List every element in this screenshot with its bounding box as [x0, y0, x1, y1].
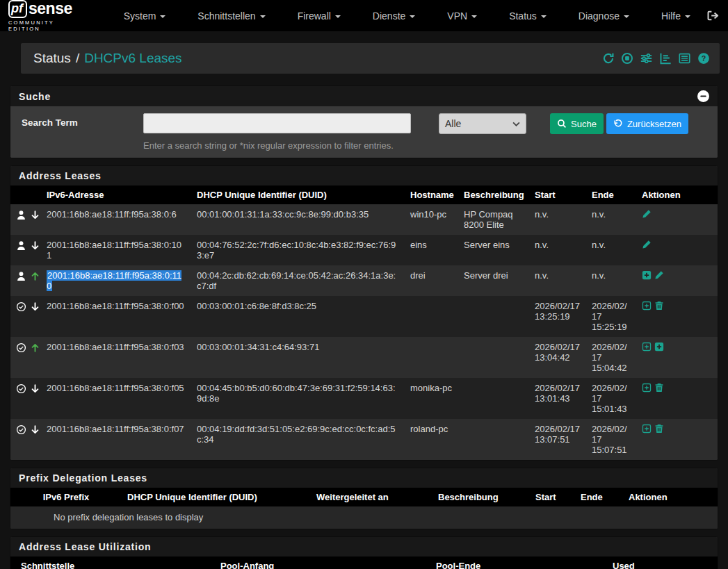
address-leases-table: IPv6-Adresse DHCP Unique Identifier (DUI…: [10, 185, 718, 460]
log-icon[interactable]: [678, 52, 691, 65]
page-title[interactable]: DHCPv6 Leases: [84, 51, 181, 66]
caret-down-icon: [541, 15, 547, 18]
caret-down-icon: [624, 15, 629, 18]
add-filled-icon[interactable]: [642, 270, 652, 280]
sliders-icon[interactable]: [640, 52, 653, 65]
address-leases-panel: Address Leases IPv6-Adresse DHCP Unique …: [10, 165, 718, 461]
column-header-start: Start: [529, 185, 586, 204]
address-leases-body: 2001:16b8:ae18:11ff:f95a:38:0:600:01:00:…: [10, 204, 718, 460]
description-cell: [458, 378, 529, 419]
caret-down-icon: [335, 15, 341, 18]
end-cell: 2026/02/1715:25:19: [586, 296, 636, 337]
logout-icon[interactable]: [706, 10, 720, 22]
actions-cell: [636, 204, 718, 235]
menu-item-dienste[interactable]: Dienste: [357, 0, 431, 31]
ipv6-address-cell: 2001:16b8:ae18:11ff:f95a:38:0:f05: [41, 378, 191, 419]
breadcrumb-actions: ?: [602, 52, 710, 65]
add-icon[interactable]: [642, 424, 652, 434]
description-cell: Server eins: [458, 235, 529, 265]
lease-row: 2001:16b8:ae18:11ff:f95a:38:0:f0000:03:0…: [10, 296, 718, 337]
add-icon[interactable]: [642, 301, 652, 311]
search-input[interactable]: [143, 113, 411, 133]
column-header-weitergeleitet: Weitergeleitet an: [311, 488, 432, 506]
prefix-delegation-table: IPv6 Prefix DHCP Unique Identifier (DUID…: [10, 488, 718, 529]
end-cell: 2026/02/1715:04:42: [586, 337, 636, 378]
stop-circle-icon[interactable]: [621, 52, 633, 65]
menu-item-system[interactable]: System: [108, 0, 182, 31]
breadcrumb: Status / DHCPv6 Leases ?: [21, 43, 720, 74]
menu-item-schnittstellen[interactable]: Schnittstellen: [181, 0, 281, 31]
user-icon: [16, 210, 26, 220]
end-cell: 2026/02/1715:07:51: [586, 419, 636, 460]
svg-text:?: ?: [702, 54, 706, 63]
hostname-cell: eins: [405, 235, 458, 265]
description-cell: [458, 419, 529, 460]
start-cell: n.v.: [529, 235, 586, 265]
lease-row: 2001:16b8:ae18:11ff:f95a:38:0:600:01:00:…: [10, 204, 718, 235]
add-icon[interactable]: [642, 383, 652, 393]
menu-item-hilfe[interactable]: Hilfe: [645, 0, 706, 31]
column-header-prefix: IPv6 Prefix: [10, 488, 122, 506]
lease-status-cell: [10, 204, 41, 235]
duid-cell: 00:04:76:52:2c:7f:d6:ec:10:8c:4b:e3:82:f…: [191, 235, 405, 265]
prefix-delegation-panel: Prefix Delegation Leases IPv6 Prefix DHC…: [10, 468, 718, 529]
chart-icon[interactable]: [659, 52, 672, 65]
refresh-icon[interactable]: [602, 52, 615, 65]
actions-cell: [636, 419, 718, 460]
menu-item-diagnose[interactable]: Diagnose: [563, 0, 645, 31]
hostname-cell: drei: [405, 265, 458, 296]
lease-status-cell: [10, 419, 41, 460]
pfsense-logo[interactable]: pf sense COMMUNITY EDITION: [8, 0, 87, 32]
search-type-select[interactable]: Alle: [439, 113, 526, 134]
check-circle-icon: [16, 384, 26, 394]
search-term-label: Search Term: [22, 113, 143, 128]
column-header-beschreibung: Beschreibung: [432, 488, 530, 506]
check-circle-icon: [16, 424, 26, 435]
column-header-ende: Ende: [586, 185, 636, 204]
search-icon: [557, 119, 567, 129]
lease-row: 2001:16b8:ae18:11ff:f95a:38:0:f0500:04:4…: [10, 378, 718, 419]
ipv6-address-cell: 2001:16b8:ae18:11ff:f95a:38:0:f00: [41, 296, 191, 337]
add-icon[interactable]: [642, 342, 652, 352]
add-filled-icon[interactable]: [654, 342, 664, 352]
search-button[interactable]: Suche: [550, 113, 604, 134]
logo-sense-text: sense: [29, 1, 72, 17]
column-header-schnittstelle: Schnittstelle: [10, 556, 210, 569]
menu-item-status[interactable]: Status: [493, 0, 563, 31]
prefix-empty-message: No prefix delegation leases to display: [10, 506, 718, 529]
reset-button[interactable]: Zurücksetzen: [606, 113, 688, 134]
menu-item-firewall[interactable]: Firewall: [282, 0, 357, 31]
delete-icon[interactable]: [654, 301, 664, 311]
column-header-start: Start: [530, 488, 575, 506]
breadcrumb-section: Status: [33, 51, 71, 66]
column-header-aktionen: Aktionen: [636, 185, 718, 204]
caret-down-icon: [685, 15, 690, 18]
utilization-table: Schnittstelle Pool-Anfang Pool-Ende Used…: [10, 556, 718, 569]
status-column-header: [10, 185, 41, 204]
help-icon[interactable]: ?: [697, 52, 710, 65]
menu-item-vpn[interactable]: VPN: [431, 0, 493, 31]
column-header-pool-anfang: Pool-Anfang: [210, 556, 426, 569]
actions-cell: [636, 296, 718, 337]
delete-icon[interactable]: [654, 383, 664, 393]
end-cell: n.v.: [586, 235, 636, 265]
caret-down-icon: [160, 15, 165, 18]
undo-icon: [613, 119, 623, 129]
selected-ipv6-text: 2001:16b8:ae18:11ff:f95a:38:0:110: [47, 270, 181, 291]
ipv6-address-cell: 2001:16b8:ae18:11ff:f95a:38:0:101: [41, 235, 191, 265]
edit-icon[interactable]: [642, 209, 652, 219]
caret-down-icon: [410, 15, 415, 18]
main-menu: System Schnittstellen Firewall Dienste V…: [108, 0, 706, 31]
collapse-icon[interactable]: [697, 90, 709, 102]
actions-cell: [636, 265, 718, 296]
duid-cell: 00:03:00:01:34:31:c4:64:93:71: [191, 337, 405, 378]
ipv6-address-cell: 2001:16b8:ae18:11ff:f95a:38:0:f07: [41, 419, 191, 460]
description-cell: HP Compaq 8200 Elite: [458, 204, 529, 235]
lease-row: 2001:16b8:ae18:11ff:f95a:38:0:10100:04:7…: [10, 235, 718, 265]
ipv6-address-cell: 2001:16b8:ae18:11ff:f95a:38:0:6: [41, 204, 191, 235]
arrow-down-icon: [30, 384, 40, 394]
delete-icon[interactable]: [654, 424, 664, 434]
arrow-down-icon: [30, 424, 40, 435]
edit-icon[interactable]: [642, 240, 652, 249]
edit-icon[interactable]: [654, 270, 664, 280]
